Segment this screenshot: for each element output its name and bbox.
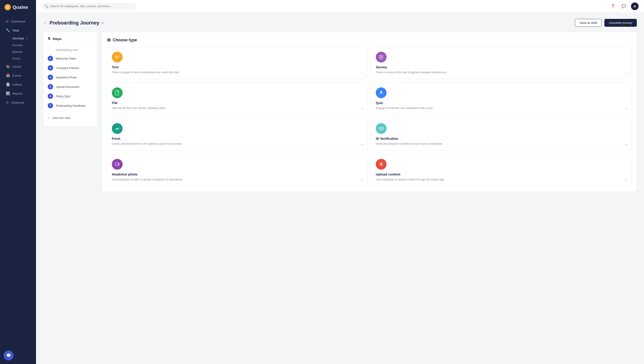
svg-point-7 [380,91,382,93]
sidebar-item-advanced[interactable]: ⚙ Advanced [2,98,34,107]
arrow-icon: → [360,143,364,147]
add-step-button[interactable]: ＋ Add new step [43,114,97,122]
arrow-icon: → [360,107,364,111]
type-card-quiz[interactable]: Quiz Engage or entertain your employees … [371,83,631,115]
library-icon: 📚 [6,64,10,68]
list-item[interactable]: 5 Upload Document [43,82,97,92]
steps-sort-icon: ⇅ [48,36,51,41]
sidebar-item-library[interactable]: 📚 Library [2,62,34,71]
type-card-upload[interactable]: Upload content Ask employees to upload c… [371,154,631,186]
sidebar-item-actions[interactable]: 📄 Actions [2,80,34,89]
step-number: 7 [48,103,53,108]
sidebar-item-label: Events [12,74,21,77]
type-card-survey[interactable]: Survey Show a survey at this step to gat… [371,47,631,79]
step-label: Company Policies [56,66,79,70]
type-desc: Add any file from your library, includin… [112,106,363,110]
help-icon[interactable]: ❓ [609,3,616,10]
type-card-text[interactable]: Text Show a snippet of text to employees… [107,47,367,79]
step-number: 6 [48,94,53,99]
type-title: Upload content [376,172,627,176]
arrow-icon: → [624,178,627,182]
step-label: Preboarding Intro [56,48,78,52]
chat-icon[interactable]: 💬 [620,3,627,10]
page-title-area: ← Preboarding Journey ✏ [43,20,104,26]
sidebar-item-dashboard[interactable]: ⊞ Dashboard [2,17,34,26]
steps-list: ⋮⋮ Preboarding Intro 2 Welcome Video 3 C… [43,44,97,112]
list-item[interactable]: 7 Preboarding Feedback [43,101,97,110]
svg-rect-6 [380,58,381,58]
steps-header: ⇅ Steps [43,36,97,44]
logo-text: Qualee [13,5,28,10]
type-desc: Ask employees to upload content through … [376,178,627,182]
svg-rect-8 [379,127,383,130]
arrow-icon: → [624,107,627,111]
main-wrapper: 🔍 ❓ 💬 A ← Preboarding Journey ✏ Save as … [36,0,644,364]
list-item[interactable]: ⋮⋮ Preboarding Intro [43,46,97,54]
sidebar-nav: ⊞ Dashboard 🔧 Tools Journeys → Surveys Q… [0,14,36,347]
choose-type-header: ⊞ Choose type [107,38,631,42]
sidebar-item-label: Library [12,65,21,68]
tools-icon: 🔧 [6,28,10,32]
steps-title: Steps [52,37,62,41]
type-desc: Create and share forms to be signed as p… [112,142,363,146]
svg-point-9 [380,128,381,129]
type-card-file[interactable]: File Add any file from your library, inc… [107,83,367,115]
list-item[interactable]: 3 Company Policies [43,63,97,72]
type-title: Quiz [376,101,627,105]
type-card-headshot[interactable]: Headshot photo Ask employees to take or … [107,154,367,186]
search-input[interactable] [50,4,133,8]
sidebar-item-events[interactable]: 📅 Events [2,71,34,80]
type-card-id-verification[interactable]: ID Verification Verify the passport or d… [371,118,631,150]
choose-type-title: Choose type [113,38,137,42]
journeys-label: Journeys [12,36,24,40]
logo[interactable]: Q Qualee [0,0,36,14]
headshot-icon-circle [112,159,123,170]
type-card-form[interactable]: pd Form Create and share forms to be sig… [107,118,367,150]
unpublish-button[interactable]: Unpublish journey [604,19,637,27]
sidebar-item-tools[interactable]: 🔧 Tools [2,26,34,34]
list-item[interactable]: 4 Headshot Photo [43,72,97,82]
plus-icon: ＋ [48,116,51,120]
search-icon: 🔍 [45,4,48,8]
type-desc: Show a survey at this step to gather emp… [376,70,627,74]
actions-icon: 📄 [6,82,10,86]
list-item[interactable]: 6 Policy Quiz [43,92,97,101]
svg-rect-1 [115,57,119,57]
logo-icon: Q [5,4,11,10]
type-title: Form [112,136,363,140]
edit-icon[interactable]: ✏ [101,21,104,25]
sidebar-item-label: Dashboard [11,20,26,23]
svg-rect-5 [380,57,382,57]
quiz-icon-circle [376,88,387,98]
svg-rect-0 [115,56,119,56]
chat-button[interactable]: 💬 [4,350,14,360]
file-icon-circle [112,88,123,98]
type-desc: Engage or entertain your employees with … [376,106,627,110]
save-draft-button[interactable]: Save as draft [575,19,602,27]
type-desc: Verify the passport or drivers license o… [376,142,627,146]
choose-type-panel: ⊞ Choose type Text Show a snippet of tex… [102,32,637,192]
tools-subnav: Journeys → Surveys Quizzes Forms [0,35,36,62]
type-title: Survey [376,65,627,69]
step-label: Headshot Photo [56,76,77,79]
arrow-icon: → [360,71,364,75]
back-button[interactable]: ← [43,20,47,25]
arrow-icon: → [624,143,627,147]
step-label: Upload Document [56,85,79,88]
list-item[interactable]: 2 Welcome Video [43,54,97,63]
type-title: Text [112,65,363,69]
avatar[interactable]: A [631,2,638,10]
topbar-right: ❓ 💬 A [609,2,638,10]
sidebar-item-journeys[interactable]: Journeys → [10,35,34,42]
sidebar-item-forms[interactable]: Forms [10,55,34,62]
sidebar-item-label: Reports [12,92,23,95]
type-title: File [112,101,363,105]
advanced-icon: ⚙ [6,100,9,104]
search-box: 🔍 [41,3,136,10]
sidebar-item-reports[interactable]: 📊 Reports [2,89,34,98]
svg-rect-4 [380,56,382,56]
sidebar-item-surveys[interactable]: Surveys [10,42,34,48]
sidebar-item-quizzes[interactable]: Quizzes [10,48,34,55]
plus-square-icon: ⊞ [107,38,110,42]
sidebar-item-label: Actions [12,83,22,86]
